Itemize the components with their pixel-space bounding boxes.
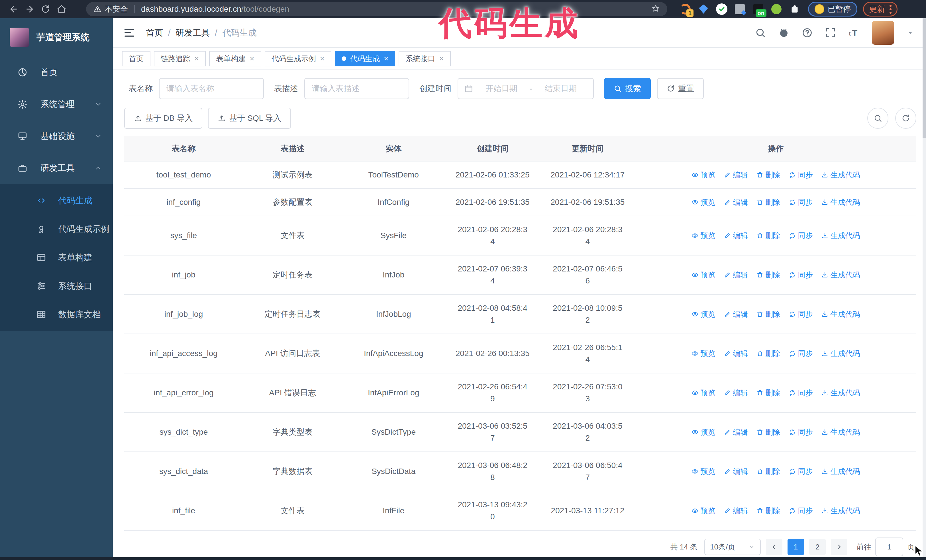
action-预览[interactable]: 预览 [691,427,716,438]
action-编辑[interactable]: 编辑 [724,197,748,208]
action-编辑[interactable]: 编辑 [724,169,748,181]
extension-gem-icon[interactable] [698,3,710,15]
extensions-puzzle-icon[interactable] [789,3,800,15]
tab-close-icon[interactable]: × [250,55,254,63]
action-生成代码[interactable]: 生成代码 [822,197,860,208]
scrollbar-thumb[interactable] [923,18,926,138]
action-生成代码[interactable]: 生成代码 [822,348,860,359]
tab-close-icon[interactable]: × [194,55,199,63]
browser-menu-icon[interactable] [890,5,891,14]
next-page-button[interactable] [831,539,847,555]
action-预览[interactable]: 预览 [691,348,716,359]
bookmark-star-icon[interactable] [651,4,660,14]
date-range-picker[interactable]: 开始日期 - 结束日期 [458,78,594,99]
avatar-caret-down-icon[interactable] [906,29,914,36]
action-删除[interactable]: 删除 [757,505,781,516]
action-同步[interactable]: 同步 [789,269,813,281]
action-生成代码[interactable]: 生成代码 [822,505,860,516]
tab-close-icon[interactable]: × [384,55,388,63]
goto-page-input[interactable] [875,537,903,556]
action-删除[interactable]: 删除 [757,169,781,181]
app-logo[interactable]: 芋道管理系统 [0,18,113,56]
hamburger-icon[interactable] [124,27,135,38]
action-编辑[interactable]: 编辑 [724,269,748,281]
tab-链路追踪[interactable]: 链路追踪× [154,51,206,66]
action-预览[interactable]: 预览 [691,505,716,516]
action-删除[interactable]: 删除 [757,348,781,359]
import-sql-button[interactable]: 基于 SQL 导入 [208,108,291,129]
reset-button[interactable]: 重置 [657,78,704,99]
page-button-1[interactable]: 1 [788,539,804,555]
address-bar[interactable]: 不安全 dashboard.yudao.iocoder.cn/tool/code… [86,2,667,16]
sidebar-item-研发工具[interactable]: 研发工具 [0,152,113,184]
tab-首页[interactable]: 首页 [122,51,150,66]
search-button[interactable]: 搜索 [604,78,651,99]
action-编辑[interactable]: 编辑 [724,348,748,359]
extension-green-icon[interactable] [770,3,782,15]
action-同步[interactable]: 同步 [789,505,813,516]
import-db-button[interactable]: 基于 DB 导入 [124,108,202,129]
action-预览[interactable]: 预览 [691,466,716,477]
action-同步[interactable]: 同步 [789,427,813,438]
action-生成代码[interactable]: 生成代码 [822,427,860,438]
action-删除[interactable]: 删除 [757,230,781,241]
action-同步[interactable]: 同步 [789,169,813,181]
sidebar-item-首页[interactable]: 首页 [0,56,113,88]
action-预览[interactable]: 预览 [691,230,716,241]
sidebar-subitem-代码生成示例[interactable]: 代码生成示例 [0,215,113,243]
sidebar-subitem-系统接口[interactable]: 系统接口 [0,272,113,300]
prev-page-button[interactable] [766,539,782,555]
action-同步[interactable]: 同步 [789,197,813,208]
action-删除[interactable]: 删除 [757,387,781,398]
action-删除[interactable]: 删除 [757,427,781,438]
breadcrumb-item-1[interactable]: 首页 [146,27,163,39]
action-生成代码[interactable]: 生成代码 [822,169,860,181]
action-删除[interactable]: 删除 [757,309,781,320]
action-预览[interactable]: 预览 [691,387,716,398]
tab-close-icon[interactable]: × [439,55,443,63]
sidebar-item-基础设施[interactable]: 基础设施 [0,120,113,152]
action-编辑[interactable]: 编辑 [724,309,748,320]
action-同步[interactable]: 同步 [789,387,813,398]
tab-close-icon[interactable]: × [320,55,325,63]
action-编辑[interactable]: 编辑 [724,230,748,241]
action-删除[interactable]: 删除 [757,466,781,477]
help-icon[interactable] [802,27,813,38]
sidebar-item-系统管理[interactable]: 系统管理 [0,88,113,120]
end-date-placeholder[interactable]: 结束日期 [535,83,587,94]
extension-dark-icon[interactable]: on [752,3,764,15]
profile-paused-badge[interactable]: 已暂停 [808,2,857,17]
action-编辑[interactable]: 编辑 [724,427,748,438]
user-avatar[interactable] [872,21,894,45]
font-size-icon[interactable]: tT [849,27,859,38]
action-删除[interactable]: 删除 [757,269,781,281]
action-预览[interactable]: 预览 [691,197,716,208]
github-icon[interactable] [778,27,789,38]
extension-check-icon[interactable] [716,3,728,15]
action-预览[interactable]: 预览 [691,169,716,181]
fullscreen-icon[interactable] [825,27,836,38]
action-生成代码[interactable]: 生成代码 [822,309,860,320]
table-name-input[interactable] [159,78,264,99]
tab-系统接口[interactable]: 系统接口× [399,51,451,66]
action-同步[interactable]: 同步 [789,466,813,477]
action-同步[interactable]: 同步 [789,348,813,359]
extension-orange-icon[interactable]: 1 [679,3,691,15]
action-预览[interactable]: 预览 [691,309,716,320]
tab-表单构建[interactable]: 表单构建× [209,51,261,66]
action-生成代码[interactable]: 生成代码 [822,269,860,281]
back-icon[interactable] [6,2,22,16]
reload-icon[interactable] [38,2,54,16]
action-编辑[interactable]: 编辑 [724,505,748,516]
browser-update-button[interactable]: 更新 [863,2,897,17]
search-icon[interactable] [755,27,766,38]
toggle-search-button[interactable] [867,108,888,129]
action-预览[interactable]: 预览 [691,269,716,281]
action-同步[interactable]: 同步 [789,309,813,320]
action-删除[interactable]: 删除 [757,197,781,208]
breadcrumb-item-2[interactable]: 研发工具 [176,27,210,39]
action-生成代码[interactable]: 生成代码 [822,466,860,477]
refresh-table-button[interactable] [895,108,916,129]
home-icon[interactable] [54,2,70,16]
action-生成代码[interactable]: 生成代码 [822,230,860,241]
